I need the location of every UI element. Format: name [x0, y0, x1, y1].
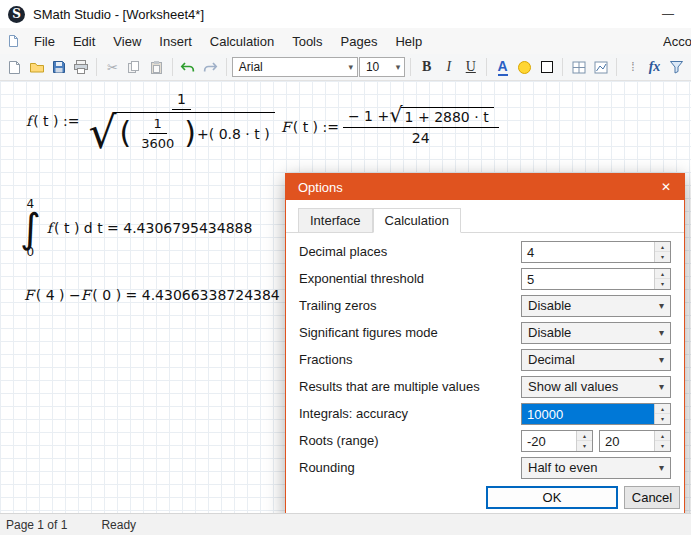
dropdown-value: Half to even	[528, 460, 597, 475]
minimize-button[interactable]: —	[653, 7, 683, 21]
dropdown-value: Disable	[528, 325, 571, 340]
math-text: ( t ) :=	[293, 119, 339, 135]
spinner-down-icon[interactable]: ▾	[577, 441, 592, 451]
field-label: Roots (range)	[299, 433, 521, 448]
results-multiple-values-dropdown[interactable]: Show all values ▾	[521, 376, 671, 398]
exponential-threshold-spinner[interactable]: 5 ▴▾	[521, 268, 671, 290]
tab-interface[interactable]: Interface	[298, 208, 373, 232]
spinner-up-icon[interactable]: ▴	[655, 269, 670, 280]
fractions-dropdown[interactable]: Decimal ▾	[521, 349, 671, 371]
menu-account[interactable]: Account	[663, 34, 691, 49]
spinner-up-icon[interactable]: ▴	[655, 431, 670, 442]
formula-f-definition[interactable]: f ( t ) := 1 √ ( 1 3600 ) +	[26, 91, 284, 151]
font-color-button[interactable]: A	[492, 56, 513, 78]
formula-integral[interactable]: 4 ∫ 0 f ( t ) d t = 4.4306795434888	[20, 197, 252, 259]
font-family-combo[interactable]: Arial ▾	[232, 57, 358, 77]
spinner-up-icon[interactable]: ▴	[577, 431, 592, 442]
math-function-name: F	[81, 287, 91, 303]
menu-file[interactable]: File	[25, 30, 64, 53]
math-term: ( 0.8 · t )	[209, 126, 270, 142]
menu-insert[interactable]: Insert	[150, 30, 201, 53]
menu-edit[interactable]: Edit	[64, 30, 104, 53]
toolbar-separator	[562, 58, 563, 76]
field-label: Fractions	[299, 352, 521, 367]
field-label: Exponential threshold	[299, 271, 521, 286]
roots-min-spinner[interactable]: -20 ▴▾	[521, 430, 593, 452]
toolbar-overflow-icon[interactable]: ⁞	[622, 56, 643, 78]
cancel-button[interactable]: Cancel	[624, 486, 680, 509]
app-window: S SMath Studio - [Worksheet4*] — File Ed…	[0, 0, 691, 535]
math-paren: )	[184, 119, 196, 148]
ready-status: Ready	[101, 518, 136, 532]
open-icon[interactable]	[26, 56, 47, 78]
insert-function-button[interactable]: fx	[644, 56, 665, 78]
bold-button[interactable]: B	[416, 56, 437, 78]
ok-button[interactable]: OK	[486, 486, 618, 509]
print-icon[interactable]	[70, 56, 91, 78]
spinner-up-icon[interactable]: ▴	[655, 404, 670, 415]
math-paren: (	[119, 119, 131, 148]
trailing-zeros-dropdown[interactable]: Disable ▾	[521, 295, 671, 317]
chevron-down-icon: ▾	[659, 462, 664, 473]
chevron-down-icon: ▾	[659, 354, 664, 365]
matrix-icon[interactable]	[568, 56, 589, 78]
menu-bar: File Edit View Insert Calculation Tools …	[0, 28, 691, 54]
math-inner-numerator: 1	[149, 116, 167, 134]
toolbar-separator	[486, 58, 487, 76]
plot-icon[interactable]	[590, 56, 611, 78]
significant-figures-dropdown[interactable]: Disable ▾	[521, 322, 671, 344]
toolbar: ✂ Arial ▾ 10 ▾ B I U A	[0, 54, 691, 81]
dialog-tabs: Interface Calculation	[286, 200, 684, 233]
rounding-dropdown[interactable]: Half to even ▾	[521, 457, 671, 479]
chevron-down-icon: ▾	[348, 62, 353, 72]
save-icon[interactable]	[48, 56, 69, 78]
roots-max-spinner[interactable]: 20 ▴▾	[599, 430, 671, 452]
spinner-down-icon[interactable]: ▾	[655, 279, 670, 289]
highlight-color-button[interactable]	[514, 56, 535, 78]
menu-calculation[interactable]: Calculation	[201, 30, 283, 53]
spinner-value: 5	[522, 269, 654, 289]
decimal-places-spinner[interactable]: 4 ▴▾	[521, 241, 671, 263]
underline-button[interactable]: U	[460, 56, 481, 78]
font-size-combo[interactable]: 10 ▾	[359, 57, 405, 77]
close-icon[interactable]: ✕	[648, 174, 684, 200]
spinner-up-icon[interactable]: ▴	[655, 242, 670, 253]
menu-help[interactable]: Help	[386, 30, 431, 53]
chevron-down-icon: ▾	[659, 300, 664, 311]
math-term: − 1 +	[348, 108, 389, 124]
chevron-down-icon: ▾	[396, 62, 401, 72]
dropdown-value: Disable	[528, 298, 571, 313]
status-bar: Page 1 of 1 Ready	[0, 513, 691, 535]
menu-tools[interactable]: Tools	[283, 30, 331, 53]
italic-button[interactable]: I	[438, 56, 459, 78]
math-result: ( t ) d t = 4.4306795434888	[54, 220, 252, 236]
worksheet-canvas[interactable]: f ( t ) := 1 √ ( 1 3600 ) +	[0, 81, 691, 513]
row-significant-figures: Significant figures mode Disable ▾	[286, 319, 684, 346]
border-icon	[541, 61, 553, 73]
cut-icon[interactable]: ✂	[102, 56, 123, 78]
integrals-accuracy-spinner[interactable]: 10000 ▴▾	[521, 403, 671, 425]
tab-calculation[interactable]: Calculation	[373, 208, 461, 233]
spinner-down-icon[interactable]: ▾	[655, 441, 670, 451]
dialog-buttons: OK Cancel	[486, 486, 680, 509]
copy-icon[interactable]	[124, 56, 145, 78]
dialog-title-bar[interactable]: Options ✕	[286, 174, 684, 200]
menu-pages[interactable]: Pages	[332, 30, 387, 53]
border-button[interactable]	[536, 56, 557, 78]
radical-sign: √	[88, 114, 116, 151]
formula-F-definition[interactable]: F ( t ) := − 1 + √ 1 + 2880 · t 24	[281, 107, 503, 146]
spinner-down-icon[interactable]: ▾	[655, 252, 670, 262]
filter-icon[interactable]	[666, 56, 687, 78]
spinner-down-icon[interactable]: ▾	[655, 414, 670, 424]
spinner-value: -20	[522, 431, 576, 451]
new-document-icon[interactable]	[4, 56, 25, 78]
redo-icon[interactable]	[200, 56, 221, 78]
menu-view[interactable]: View	[104, 30, 150, 53]
row-exponential-threshold: Exponential threshold 5 ▴▾	[286, 265, 684, 292]
dialog-form: Decimal places 4 ▴▾ Exponential threshol…	[286, 233, 684, 481]
math-function-name: F	[24, 287, 34, 303]
row-fractions: Fractions Decimal ▾	[286, 346, 684, 373]
paste-icon[interactable]	[146, 56, 167, 78]
undo-icon[interactable]	[178, 56, 199, 78]
formula-difference[interactable]: F ( 4 ) − F ( 0 ) = 4.43066338724384	[24, 287, 280, 303]
